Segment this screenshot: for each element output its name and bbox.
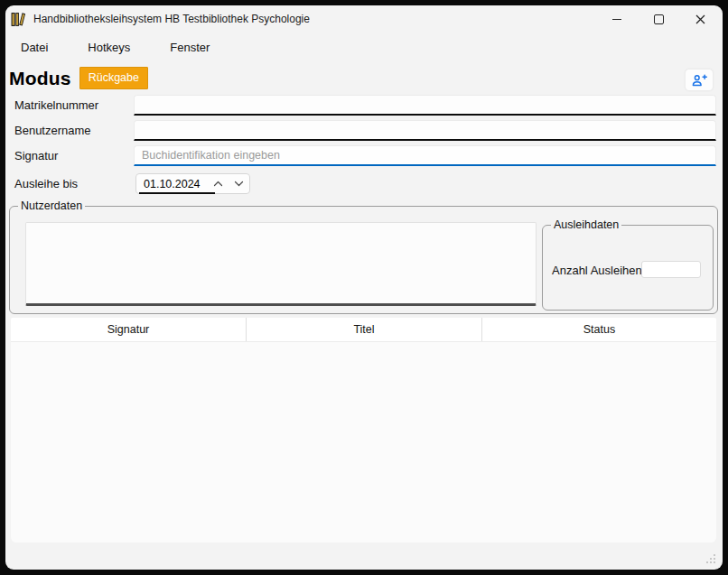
date-underline (139, 192, 215, 194)
page-title: Modus (9, 68, 71, 89)
matrikelnummer-input[interactable] (134, 95, 716, 116)
column-header-titel[interactable]: Titel (246, 318, 481, 341)
table-body (11, 342, 716, 543)
benutzername-input[interactable] (134, 120, 716, 141)
ausleihe-bis-date-picker[interactable]: 01.10.2024 (135, 173, 250, 194)
nutzerdaten-textarea[interactable] (25, 222, 537, 306)
window-title: Handbibliotheksleihsystem HB Testbibliot… (33, 13, 310, 25)
close-button[interactable] (679, 5, 721, 32)
maximize-button[interactable] (638, 5, 679, 32)
app-window: Handbibliotheksleihsystem HB Testbibliot… (5, 5, 723, 570)
column-header-status[interactable]: Status (481, 318, 716, 341)
column-header-signatur[interactable]: Signatur (11, 318, 246, 341)
table-header-row: Signatur Titel Status (11, 318, 716, 342)
chevron-down-icon (234, 181, 244, 187)
loans-table: Signatur Titel Status (11, 318, 716, 543)
chevron-up-icon (213, 181, 223, 187)
mode-badge[interactable]: Rückgabe (79, 67, 148, 89)
anzahl-ausleihen-input[interactable] (641, 261, 701, 278)
menu-item-hotkeys[interactable]: Hotkeys (79, 36, 138, 59)
window-controls (596, 5, 721, 32)
matrikelnummer-label: Matrikelnummer (14, 95, 98, 116)
anzahl-ausleihen-label: Anzahl Ausleihen (552, 264, 642, 277)
nutzerdaten-group: Nutzerdaten Ausleihdaten Anzahl Ausleihe… (9, 206, 718, 314)
minimize-button[interactable] (596, 5, 638, 32)
menu-item-datei[interactable]: Datei (13, 36, 56, 59)
minimize-icon (612, 19, 621, 20)
date-decrement-button[interactable] (229, 174, 249, 193)
ausleihe-bis-label: Ausleihe bis (14, 173, 78, 194)
add-user-icon (691, 73, 707, 88)
date-value: 01.10.2024 (136, 178, 201, 190)
add-user-button[interactable] (685, 69, 714, 91)
signatur-input[interactable] (134, 145, 716, 166)
books-icon (11, 12, 26, 27)
menu-item-fenster[interactable]: Fenster (162, 36, 218, 59)
ausleihdaten-group: Ausleihdaten Anzahl Ausleihen (542, 225, 714, 311)
close-icon (695, 14, 705, 24)
ausleihdaten-group-title: Ausleihdaten (551, 218, 621, 231)
date-increment-button[interactable] (208, 174, 229, 193)
nutzerdaten-group-title: Nutzerdaten (18, 199, 85, 212)
menu-bar: Datei Hotkeys Fenster (13, 36, 218, 59)
resize-grip[interactable] (705, 553, 716, 564)
screen: { "window": { "title": "Handbibliotheksl… (0, 0, 728, 575)
maximize-icon (654, 14, 664, 24)
title-bar: Handbibliotheksleihsystem HB Testbibliot… (5, 5, 723, 32)
mode-row: Modus Rückgabe (9, 67, 148, 89)
signatur-label: Signatur (14, 145, 58, 166)
benutzername-label: Benutzername (14, 120, 91, 141)
